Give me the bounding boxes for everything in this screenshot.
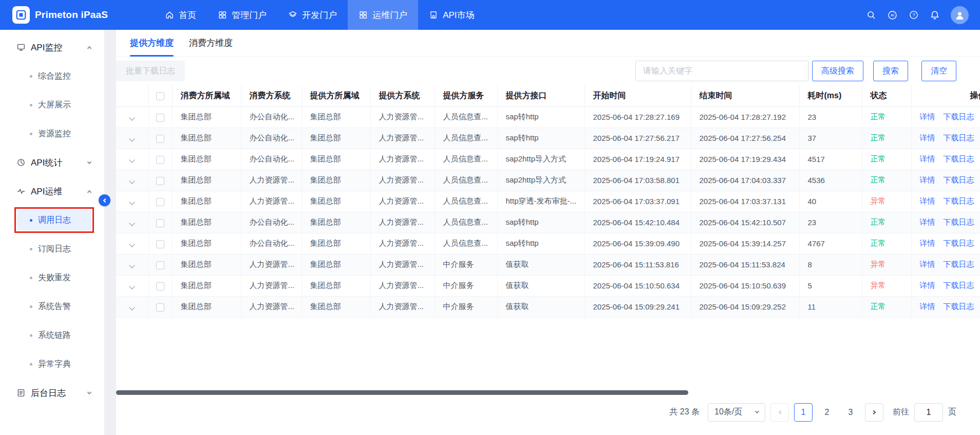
row-checkbox[interactable]: [156, 114, 164, 122]
download-log-link[interactable]: 下载日志: [944, 154, 974, 163]
help-icon[interactable]: ?: [909, 10, 919, 20]
table-row: 集团总部人力资源管...集团总部人力资源管...人员信息查...http穿透-发…: [116, 191, 980, 212]
download-log-link[interactable]: 下载日志: [944, 133, 974, 142]
row-expand-icon[interactable]: [129, 220, 135, 226]
row-checkbox-cell: [148, 212, 172, 233]
column-header-3: 提供方所属域: [301, 85, 370, 106]
detail-link[interactable]: 详情: [920, 260, 935, 268]
detail-link[interactable]: 详情: [920, 196, 935, 205]
sidebar-item-label: 综合监控: [38, 71, 71, 82]
row-expand-icon[interactable]: [129, 199, 135, 205]
cell-provider-domain: 集团总部: [301, 106, 370, 128]
row-expand-icon[interactable]: [129, 283, 135, 289]
sidebar-item-label: 失败重发: [38, 273, 71, 283]
row-checkbox-cell: [148, 275, 172, 296]
row-checkbox[interactable]: [156, 261, 164, 269]
download-log-link[interactable]: 下载日志: [944, 260, 974, 268]
detail-link[interactable]: 详情: [920, 239, 935, 247]
detail-link[interactable]: 详情: [920, 175, 935, 184]
download-log-link[interactable]: 下载日志: [944, 218, 974, 226]
search-button[interactable]: 搜索: [873, 61, 908, 81]
row-expand-icon[interactable]: [129, 178, 135, 184]
sidebar-item-3-3[interactable]: 失败重发: [0, 263, 104, 292]
row-expand-icon[interactable]: [129, 241, 135, 247]
tab-1[interactable]: 提供方维度: [122, 30, 181, 56]
page-button-2[interactable]: 2: [818, 403, 836, 422]
sidebar-item-3-4[interactable]: 系统告警: [0, 292, 104, 321]
advanced-search-button[interactable]: 高级搜索: [812, 61, 863, 81]
row-checkbox[interactable]: [156, 282, 164, 291]
goto-page-input[interactable]: [914, 403, 943, 422]
ops-icon: [16, 187, 26, 196]
row-checkbox[interactable]: [156, 135, 164, 143]
next-page-button[interactable]: [865, 403, 883, 422]
chevron-down-icon: [87, 390, 91, 394]
row-checkbox[interactable]: [156, 219, 164, 227]
sidebar-item-1-3[interactable]: 资源监控: [0, 119, 104, 148]
row-checkbox[interactable]: [156, 240, 164, 248]
sidebar-item-1-1[interactable]: 综合监控: [0, 62, 104, 90]
row-expand-icon[interactable]: [129, 157, 135, 162]
sidebar-item-3-6[interactable]: 异常字典: [0, 350, 104, 378]
page-button-3[interactable]: 3: [841, 403, 860, 422]
nav-item-2[interactable]: 管理门户: [207, 0, 277, 30]
detail-link[interactable]: 详情: [920, 133, 935, 142]
detail-link[interactable]: 详情: [920, 154, 935, 163]
sidebar-collapse-button[interactable]: [99, 194, 110, 206]
select-all-checkbox[interactable]: [156, 92, 164, 100]
row-checkbox[interactable]: [156, 303, 164, 312]
row-expand-icon[interactable]: [129, 115, 135, 120]
sidebar-item-1-2[interactable]: 大屏展示: [0, 90, 104, 119]
nav-item-4[interactable]: 运维门户: [348, 0, 418, 30]
nav-item-3[interactable]: 开发门户: [277, 0, 348, 30]
cell-end-time: 2025-06-04 17:19:29.434: [691, 149, 799, 170]
tab-2[interactable]: 消费方维度: [181, 30, 240, 56]
download-log-link[interactable]: 下载日志: [944, 302, 974, 311]
cell-start-time: 2025-06-04 17:19:24.917: [585, 149, 691, 170]
bullet-icon: [30, 305, 32, 308]
row-expand-icon[interactable]: [129, 262, 135, 268]
row-checkbox[interactable]: [156, 177, 164, 185]
sidebar-item-active[interactable]: 调用日志: [17, 210, 91, 230]
cell-provider-domain: 集团总部: [301, 191, 370, 212]
sidebar-group-1[interactable]: API监控: [0, 33, 104, 62]
download-log-link[interactable]: 下载日志: [944, 175, 974, 184]
download-log-link[interactable]: 下载日志: [944, 239, 974, 247]
ai-assistant-icon[interactable]: AI: [887, 10, 898, 21]
table-row: 集团总部办公自动化...集团总部人力资源管...人员信息查...sap转http…: [116, 233, 980, 254]
horizontal-scrollbar-thumb[interactable]: [116, 390, 688, 395]
keyword-search-input[interactable]: [635, 61, 809, 81]
page-size-select[interactable]: 10条/页: [708, 403, 765, 422]
batch-download-button[interactable]: 批量下载日志: [116, 61, 185, 81]
nav-item-1[interactable]: 首页: [154, 0, 207, 30]
detail-link[interactable]: 详情: [920, 302, 935, 311]
download-log-link[interactable]: 下载日志: [944, 281, 974, 289]
sidebar-group-3[interactable]: API运维: [0, 177, 104, 206]
main-content: 提供方维度消费方维度 批量下载日志 高级搜索 搜索 清空 消费方所属域消费方系统…: [116, 30, 980, 435]
checkbox-column-header: [148, 85, 172, 106]
row-checkbox[interactable]: [156, 156, 164, 164]
page-button-1[interactable]: 1: [794, 403, 813, 422]
sidebar-item-3-2[interactable]: 订阅日志: [0, 234, 104, 263]
sidebar-group-4[interactable]: 后台日志: [0, 378, 104, 407]
notification-bell-icon[interactable]: [930, 10, 940, 20]
sidebar-group-2[interactable]: API统计: [0, 148, 104, 177]
row-checkbox[interactable]: [156, 198, 164, 206]
download-log-link[interactable]: 下载日志: [944, 196, 974, 205]
detail-link[interactable]: 详情: [920, 218, 935, 226]
avatar[interactable]: [951, 6, 969, 24]
cell-status: 正常: [862, 296, 911, 317]
sidebar-item-3-5[interactable]: 系统链路: [0, 321, 104, 350]
nav-item-5[interactable]: API市场: [418, 0, 485, 30]
clear-button[interactable]: 清空: [921, 61, 956, 81]
detail-link[interactable]: 详情: [920, 112, 935, 121]
row-expand-icon[interactable]: [129, 304, 135, 310]
previous-page-button[interactable]: [770, 403, 789, 422]
cell-start-time: 2025-06-04 17:27:56.217: [585, 128, 691, 149]
download-log-link[interactable]: 下载日志: [944, 112, 974, 121]
search-icon[interactable]: [866, 10, 876, 20]
detail-link[interactable]: 详情: [920, 281, 935, 289]
row-expand-icon[interactable]: [129, 136, 135, 141]
cell-duration-ms: 8: [799, 254, 862, 275]
cell-provider-interface: sap转http: [497, 212, 585, 233]
